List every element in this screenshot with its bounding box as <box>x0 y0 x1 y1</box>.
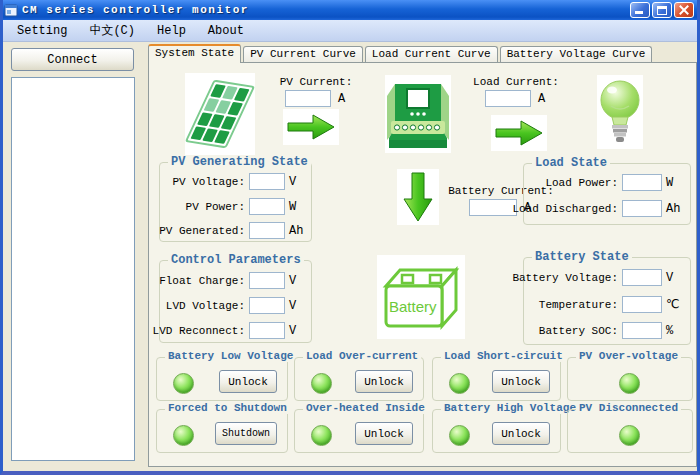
load-over-current-unlock-button[interactable]: Unlock <box>355 370 413 393</box>
battery-icon: Battery <box>377 255 465 339</box>
pv-disconnected-led <box>619 425 640 446</box>
temperature-unit: ℃ <box>666 297 684 312</box>
alarm-battery-low-voltage-label: Battery Low Voltage <box>165 350 296 362</box>
pv-power-input[interactable] <box>249 198 285 215</box>
menu-help[interactable]: Help <box>146 22 197 40</box>
close-button[interactable] <box>674 2 694 18</box>
over-heated-inside-unlock-button[interactable]: Unlock <box>355 422 413 445</box>
battery-voltage-unit: V <box>666 271 684 285</box>
battery-soc-input[interactable] <box>622 322 662 339</box>
app-window: CM series controller monitor Setting 中文(… <box>0 0 700 475</box>
pv-flow-arrow-icon <box>283 109 339 145</box>
pv-over-voltage-led <box>619 373 640 394</box>
load-state-group: Load State Load Power: W Load Discharged… <box>523 163 691 225</box>
alarm-pv-disconnected-label: PV Disconnected <box>576 402 681 414</box>
load-short-circuit-unlock-button[interactable]: Unlock <box>492 370 550 393</box>
load-power-input[interactable] <box>622 174 662 191</box>
alarm-pv-disconnected: PV Disconnected <box>567 409 693 453</box>
alarm-over-heated-inside: Over-heated Inside Unlock <box>294 409 424 453</box>
connect-button[interactable]: Connect <box>11 48 134 71</box>
pv-generated-label: PV Generated: <box>159 225 245 237</box>
alarm-forced-to-shutdown: Forced to Shutdown Shutdown <box>156 409 288 453</box>
load-current-label: Load Current: <box>461 76 571 88</box>
alarm-load-over-current: Load Over-current Unlock <box>294 357 424 401</box>
battery-low-voltage-led <box>173 373 194 394</box>
tab-battery-voltage-curve[interactable]: Battery Voltage Curve <box>500 46 653 63</box>
battery-soc-label: Battery SOC: <box>539 325 618 337</box>
pv-power-unit: W <box>289 200 305 214</box>
alarm-battery-high-voltage-label: Battery High Voltage <box>441 402 579 414</box>
menu-setting[interactable]: Setting <box>6 22 78 40</box>
alarm-pv-over-voltage: PV Over-voltage <box>567 357 693 401</box>
pv-current-unit: A <box>336 92 348 106</box>
pv-voltage-label: PV Voltage: <box>172 176 245 188</box>
alarm-forced-to-shutdown-label: Forced to Shutdown <box>165 402 290 414</box>
forced-to-shutdown-led <box>173 425 194 446</box>
battery-high-voltage-led <box>449 425 470 446</box>
tab-system-state[interactable]: System State <box>148 44 241 63</box>
load-flow-arrow-icon <box>491 115 547 151</box>
lvd-voltage-label: LVD Voltage: <box>166 300 245 312</box>
maximize-button[interactable] <box>652 2 672 18</box>
float-charge-label: Float Charge: <box>159 275 245 287</box>
battery-flow-arrow-icon <box>397 169 439 225</box>
tab-load-current-curve[interactable]: Load Current Curve <box>365 46 498 63</box>
pv-voltage-unit: V <box>289 175 305 189</box>
pv-current-input[interactable] <box>285 90 331 107</box>
device-list[interactable] <box>11 77 135 461</box>
pv-current-label: PV Current: <box>261 76 371 88</box>
system-state-panel: PV Current: A Load <box>148 62 697 467</box>
title-bar: CM series controller monitor <box>0 0 700 20</box>
over-heated-inside-led <box>311 425 332 446</box>
battery-icon-label: Battery <box>389 298 437 315</box>
minimize-icon <box>635 11 643 14</box>
lvd-reconnect-label: LVD Reconnect: <box>153 325 245 337</box>
battery-state-group: Battery State Battery Voltage: V Tempera… <box>523 257 691 345</box>
load-discharged-unit: Ah <box>666 202 684 216</box>
battery-high-voltage-unlock-button[interactable]: Unlock <box>492 422 550 445</box>
temperature-input[interactable] <box>622 296 662 313</box>
control-parameters-group: Control Parameters Float Charge: V LVD V… <box>159 260 312 343</box>
load-discharged-input[interactable] <box>622 200 662 217</box>
lvd-voltage-input[interactable] <box>249 297 285 314</box>
app-icon <box>4 3 18 17</box>
lvd-reconnect-input[interactable] <box>249 322 285 339</box>
alarm-battery-high-voltage: Battery High Voltage Unlock <box>432 409 561 453</box>
battery-voltage-label: Battery Voltage: <box>512 272 618 284</box>
load-power-unit: W <box>666 176 684 190</box>
menu-language[interactable]: 中文(C) <box>78 20 146 41</box>
menu-about[interactable]: About <box>197 22 255 40</box>
load-over-current-led <box>311 373 332 394</box>
maximize-icon <box>657 6 667 15</box>
alarm-load-short-circuit-label: Load Short-circuit <box>441 350 566 362</box>
pv-voltage-input[interactable] <box>249 173 285 190</box>
menu-bar: Setting 中文(C) Help About <box>0 20 700 42</box>
battery-state-title: Battery State <box>532 250 632 264</box>
pv-generated-input[interactable] <box>249 222 285 239</box>
window-title: CM series controller monitor <box>22 4 630 16</box>
battery-current-input[interactable] <box>469 199 517 216</box>
temperature-label: Temperature: <box>539 299 618 311</box>
load-current-input[interactable] <box>485 90 531 107</box>
pv-power-label: PV Power: <box>186 201 245 213</box>
bulb-icon <box>597 75 643 149</box>
lvd-reconnect-unit: V <box>289 324 305 338</box>
control-parameters-title: Control Parameters <box>168 253 304 267</box>
battery-low-voltage-unlock-button[interactable]: Unlock <box>219 370 277 393</box>
lvd-voltage-unit: V <box>289 299 305 313</box>
tab-pv-current-curve[interactable]: PV Current Curve <box>243 46 363 63</box>
load-short-circuit-led <box>449 373 470 394</box>
controller-icon <box>385 75 451 153</box>
load-discharged-label: Load Discharged: <box>512 203 618 215</box>
tab-strip: System State PV Current Curve Load Curre… <box>148 45 654 63</box>
minimize-button[interactable] <box>630 2 650 18</box>
battery-voltage-input[interactable] <box>622 269 662 286</box>
solar-panel-icon <box>185 73 255 155</box>
float-charge-input[interactable] <box>249 272 285 289</box>
alarm-load-short-circuit: Load Short-circuit Unlock <box>432 357 561 401</box>
alarm-over-heated-inside-label: Over-heated Inside <box>303 402 428 414</box>
forced-shutdown-button[interactable]: Shutdown <box>215 422 277 445</box>
pv-generating-state-group: PV Generating State PV Voltage: V PV Pow… <box>159 162 312 242</box>
pv-generating-state-title: PV Generating State <box>168 155 311 169</box>
load-power-label: Load Power: <box>545 177 618 189</box>
